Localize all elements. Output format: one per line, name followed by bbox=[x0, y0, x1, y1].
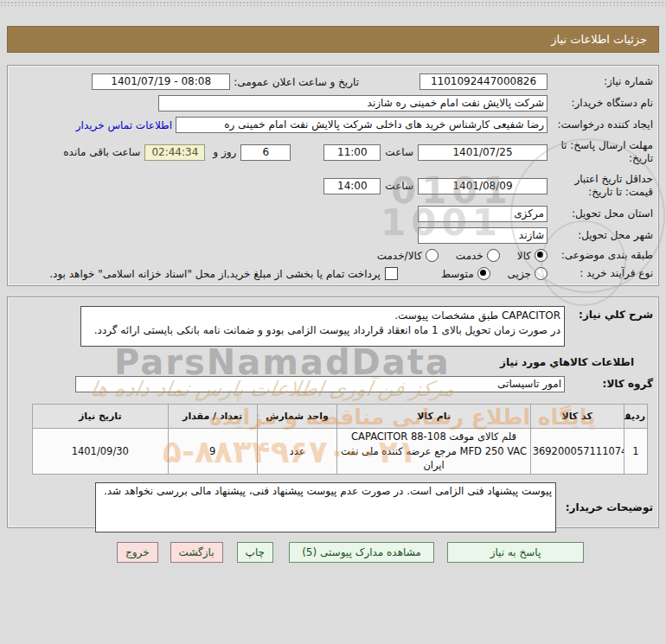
col-goods-code: کد کالا bbox=[530, 405, 624, 429]
action-button-row: خروج بازگشت چاپ مشاهده مدارک پیوستی (5) … bbox=[117, 542, 584, 563]
buyer-contact-link[interactable]: اطلاعات تماس خریدار bbox=[76, 119, 172, 131]
buyer-remarks-label: توضیحات خریدار: bbox=[556, 501, 653, 513]
col-quantity: تعداد / مقدار bbox=[168, 405, 257, 429]
validity-hour-label: ساعت bbox=[385, 180, 413, 192]
goods-table: ردیف کد کالا نام کالا واحد شمارش تعداد /… bbox=[32, 404, 648, 475]
validity-hour-field[interactable]: 14:00 bbox=[323, 178, 381, 194]
delivery-city-label: شهر محل تحویل: bbox=[548, 229, 653, 242]
general-description-row: شرح کلي نیاز: CAPACITOR طبق مشخصات پیوست… bbox=[13, 306, 653, 347]
buyer-remarks-row: توضیحات خریدار: پیوست پیشنهاد فنی الزامی… bbox=[13, 482, 653, 532]
response-deadline-row: مهلت ارسال پاسخ: تا تاریخ: 1401/07/25 سا… bbox=[13, 138, 653, 166]
need-description-panel: شرح کلي نیاز: CAPACITOR طبق مشخصات پیوست… bbox=[7, 296, 659, 528]
subject-category-row: طبقه بندی موضوعی: کالا خدمت کالا/خدمت bbox=[13, 249, 653, 262]
delivery-city-row: شهر محل تحویل: شازند bbox=[13, 227, 653, 244]
process-minor-label: جزیی bbox=[508, 268, 531, 280]
buyer-org-label: نام دستگاه خریدار: bbox=[548, 97, 653, 110]
description-line-2: در صورت زمان تحویل بالای 1 ماه انعقاد قر… bbox=[85, 323, 560, 338]
process-option-medium[interactable]: متوسط bbox=[441, 267, 490, 280]
deadline-hour-field[interactable]: 11:00 bbox=[323, 144, 381, 161]
col-need-date: تاریخ نیاز bbox=[33, 405, 169, 429]
price-validity-row: حداقل تاریخ اعتبار قیمت: تا تاریخ: 1401/… bbox=[13, 172, 653, 200]
delivery-province-field[interactable]: مرکزی bbox=[418, 206, 548, 222]
respond-to-need-button[interactable]: پاسخ به نیاز bbox=[447, 542, 584, 563]
deadline-date-field[interactable]: 1401/07/25 bbox=[418, 144, 548, 161]
cell-unit: عدد bbox=[257, 429, 337, 475]
top-dotted-texture bbox=[0, 1, 666, 6]
buyer-org-row: نام دستگاه خریدار: شرکت پالایش نفت امام … bbox=[13, 95, 653, 112]
col-unit: واحد شمارش bbox=[257, 405, 337, 429]
cell-goods-name: قلم کالای موقت CAPACITOR 88-108 MFD 250 … bbox=[337, 429, 530, 475]
col-goods-name: نام کالا bbox=[337, 405, 530, 429]
need-number-row: شماره نیاز: 1101092447000826 تاریخ و ساع… bbox=[13, 73, 653, 90]
cell-quantity: 9 bbox=[168, 429, 257, 475]
treasury-payment-label: پرداخت تمام یا بخشی از مبلغ خرید,از محل … bbox=[49, 268, 381, 280]
deadline-days-field[interactable]: 6 bbox=[240, 144, 291, 161]
validity-date-field[interactable]: 1401/08/09 bbox=[418, 178, 548, 194]
radio-selected-icon[interactable] bbox=[535, 249, 548, 262]
price-validity-label: حداقل تاریخ اعتبار قیمت: تا تاریخ: bbox=[548, 173, 653, 199]
category-option-service[interactable]: خدمت bbox=[456, 249, 500, 262]
page-title: جزئیات اطلاعات نیاز bbox=[551, 33, 647, 46]
view-attachments-button[interactable]: مشاهده مدارک پیوستی (5) bbox=[289, 542, 434, 563]
goods-group-row: گروه کالا: امور تاسیساتی bbox=[13, 376, 653, 392]
page-title-bar: جزئیات اطلاعات نیاز bbox=[7, 26, 659, 53]
response-deadline-label: مهلت ارسال پاسخ: تا تاریخ: bbox=[548, 139, 653, 165]
delivery-city-field[interactable]: شازند bbox=[418, 227, 548, 244]
days-and-label: روز و bbox=[213, 146, 236, 158]
cell-goods-code: 3692000571110740 bbox=[530, 429, 624, 475]
announce-label: تاریخ و ساعت اعلان عمومی: bbox=[234, 76, 359, 88]
request-creator-field[interactable]: رضا شفیعی کارشناس خرید های داخلی شرکت پا… bbox=[176, 117, 548, 133]
goods-group-label: گروه کالا: bbox=[565, 378, 653, 391]
time-remaining-badge: 02:44:34 bbox=[144, 144, 205, 161]
subject-category-label: طبقه بندی موضوعی: bbox=[548, 249, 653, 262]
back-button[interactable]: بازگشت bbox=[170, 542, 223, 563]
delivery-province-row: استان محل تحویل: مرکزی bbox=[13, 206, 653, 222]
buyer-org-field[interactable]: شرکت پالایش نفت امام خمینی ره شازند bbox=[158, 95, 548, 112]
need-number-label: شماره نیاز: bbox=[548, 75, 653, 88]
radio-icon[interactable] bbox=[487, 249, 500, 262]
print-button[interactable]: چاپ bbox=[237, 542, 273, 563]
time-remaining-label: ساعت باقی مانده bbox=[63, 146, 140, 158]
purchase-process-row: نوع فرآیند خرید : جزیی متوسط پرداخت تمام… bbox=[13, 267, 653, 280]
delivery-province-label: استان محل تحویل: bbox=[548, 207, 653, 220]
deadline-hour-label: ساعت bbox=[385, 146, 413, 158]
purchase-process-label: نوع فرآیند خرید : bbox=[548, 267, 653, 280]
general-description-field[interactable]: CAPACITOR طبق مشخصات پیوست. در صورت زمان… bbox=[80, 306, 565, 347]
goods-group-field[interactable]: امور تاسیساتی bbox=[75, 376, 565, 392]
radio-icon[interactable] bbox=[535, 267, 548, 280]
general-description-label: شرح کلي نیاز: bbox=[565, 306, 653, 321]
treasury-payment-checkbox[interactable] bbox=[385, 267, 398, 280]
exit-button[interactable]: خروج bbox=[117, 542, 158, 563]
need-number-field[interactable]: 1101092447000826 bbox=[419, 73, 548, 90]
process-medium-label: متوسط bbox=[441, 268, 474, 280]
goods-table-wrap: ردیف کد کالا نام کالا واحد شمارش تعداد /… bbox=[42, 404, 648, 475]
category-goods-service-label: کالا/خدمت bbox=[377, 250, 422, 262]
process-option-minor[interactable]: جزیی bbox=[508, 267, 548, 280]
category-goods-label: کالا bbox=[517, 250, 531, 262]
buyer-remarks-field[interactable]: پیوست پیشنهاد فنی الزامی است. در صورت عد… bbox=[95, 482, 556, 532]
goods-info-section-header: اطلاعات کالاهاي مورد نیاز bbox=[13, 356, 634, 368]
cell-row-number: 1 bbox=[624, 429, 647, 475]
goods-table-header-row: ردیف کد کالا نام کالا واحد شمارش تعداد /… bbox=[33, 405, 648, 429]
goods-table-row: 1 3692000571110740 قلم کالای موقت CAPACI… bbox=[33, 429, 648, 475]
need-info-panel: شماره نیاز: 1101092447000826 تاریخ و ساع… bbox=[7, 65, 659, 286]
col-row-number: ردیف bbox=[624, 405, 647, 429]
radio-icon[interactable] bbox=[426, 249, 439, 262]
request-creator-row: ایجاد کننده درخواست: رضا شفیعی کارشناس خ… bbox=[13, 117, 653, 133]
category-service-label: خدمت bbox=[456, 250, 483, 262]
category-option-goods[interactable]: کالا bbox=[517, 249, 548, 262]
announce-datetime-field[interactable]: 1401/07/19 - 08:08 bbox=[92, 73, 230, 90]
radio-selected-icon[interactable] bbox=[477, 267, 490, 280]
category-option-goods-service[interactable]: کالا/خدمت bbox=[377, 249, 439, 262]
cell-need-date: 1401/09/30 bbox=[33, 429, 169, 475]
description-line-1: CAPACITOR طبق مشخصات پیوست. bbox=[85, 309, 560, 323]
request-creator-label: ایجاد کننده درخواست: bbox=[548, 118, 653, 131]
